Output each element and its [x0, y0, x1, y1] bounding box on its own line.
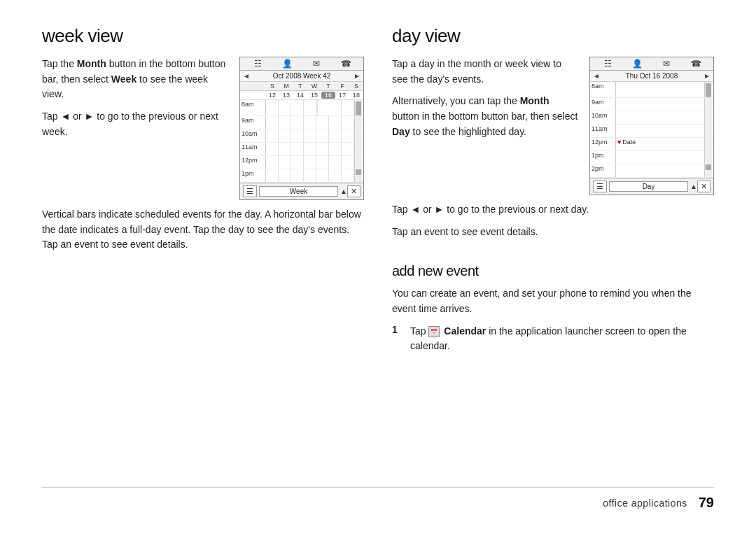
cal-date-17: 17	[335, 92, 349, 99]
week-col-1pm-3	[304, 169, 316, 182]
day-cell-2pm	[615, 164, 705, 177]
cal-day-w: W	[307, 83, 321, 90]
add-new-event-para1: You can create an event, and set your ph…	[392, 286, 714, 316]
week-cal-label: Oct 2008 Week 42	[250, 72, 354, 80]
week-view-title: week view	[42, 25, 364, 47]
day-cell-12pm: ♥ Date	[615, 138, 705, 150]
week-col-10-1	[279, 129, 291, 142]
week-col-11-6	[342, 143, 354, 155]
week-cal-time-rows: 8am	[240, 100, 363, 183]
step1-text: Tap 📅 Calendar in the application launch…	[410, 324, 714, 354]
cal-icon-phone: ☎	[339, 59, 353, 69]
cal-date-14: 14	[293, 92, 307, 99]
week-cal-prev: ◄	[243, 72, 250, 80]
week-cell-1pm	[265, 169, 355, 182]
week-cell-12pm	[265, 156, 355, 169]
week-col-6	[342, 100, 354, 115]
week-cal-toolbar: ☷ 👤 ✉ ☎	[240, 57, 363, 71]
step1-number: 1	[392, 324, 405, 335]
day-cal-row-11am: 11am	[590, 125, 713, 138]
cal-day-s1: S	[265, 83, 279, 90]
week-col-9-6	[342, 116, 354, 129]
week-scrollbar-8am	[355, 100, 362, 115]
day-cal-close-icon: ✕	[697, 181, 710, 192]
week-cal-close-icon: ✕	[347, 185, 360, 197]
week-col-1pm-2	[291, 169, 304, 182]
day-cal-time-rows: 8am 9am	[590, 82, 713, 178]
day-scrollbar-1pm	[705, 151, 712, 164]
day-cal-toolbar: ☷ 👤 ✉ ☎	[590, 57, 713, 71]
week-col-12-3	[304, 156, 316, 169]
week-cal-days-header: S M T W T F S	[240, 82, 363, 91]
day-cal-row-2pm: 2pm	[590, 164, 713, 178]
day-cal-bottom-bar: ☰ Day ▲ ✕	[590, 178, 713, 195]
week-cal-nav: ◄ Oct 2008 Week 42 ►	[240, 71, 363, 82]
week-time-12pm: 12pm	[240, 156, 265, 169]
week-cal-row-1pm: 1pm	[240, 169, 363, 183]
day-cal-icon-mail: ✉	[659, 59, 673, 69]
day-scrollbar-9am	[705, 98, 712, 111]
cal-day-m: M	[279, 83, 293, 90]
day-view-para2: Alternatively, you can tap the Month but…	[392, 94, 578, 139]
week-col-11-1	[279, 143, 291, 155]
day-view-content: Tap a day in the month or week view to s…	[392, 57, 714, 195]
day-view-para1: Tap a day in the month or week view to s…	[392, 57, 578, 87]
week-col-11-4	[316, 143, 329, 155]
cal-date-spacer	[240, 92, 265, 99]
week-col-1pm-5	[329, 169, 342, 182]
week-col-9-3	[304, 116, 316, 129]
week-scrollbar-9am	[355, 116, 362, 129]
day-cal-row-10am: 10am	[590, 111, 713, 125]
day-cal-row-12pm: 12pm ♥ Date	[590, 138, 713, 151]
week-col-12-6	[342, 156, 354, 169]
footer-label: office applications	[603, 498, 687, 509]
day-cell-1pm	[615, 151, 705, 164]
day-cal-row-1pm: 1pm	[590, 151, 713, 164]
cal-date-12: 12	[265, 92, 279, 99]
day-cell-9am	[615, 98, 705, 111]
week-col-9-4	[316, 116, 329, 129]
day-cal-icon-phone: ☎	[689, 59, 703, 69]
week-cal-bottom-bar: ☰ Week ▲ ✕	[240, 183, 363, 199]
day-time-2pm: 2pm	[590, 164, 615, 177]
week-col-10-5	[329, 129, 342, 142]
day-event-label: Date	[622, 139, 636, 146]
col-left: week view Tap the Month button in the bo…	[42, 25, 364, 481]
week-scrollbar-12pm	[355, 156, 362, 169]
day-time-10am: 10am	[590, 111, 615, 124]
day-scroll-thumb	[706, 83, 711, 97]
week-col-4	[316, 100, 318, 115]
week-time-8am: 8am	[240, 100, 265, 115]
week-col-1pm-6	[342, 169, 354, 182]
day-cal-label: Thu Oct 16 2008	[600, 72, 704, 80]
day-cal-next: ►	[704, 72, 710, 80]
day-scrollbar-11am	[705, 125, 712, 137]
week-col-0	[266, 100, 279, 115]
day-view-para4: Tap an event to see event details.	[392, 225, 714, 240]
cal-date-18: 18	[349, 92, 363, 99]
day-view-text: Tap a day in the month or week view to s…	[392, 57, 578, 195]
week-cell-11am	[265, 143, 355, 155]
week-cell-10am	[265, 129, 355, 142]
week-cal-date-row: 12 13 14 15 16 17 18	[240, 91, 363, 100]
week-col-9-5	[329, 116, 342, 129]
day-cal-nav: ◄ Thu Oct 16 2008 ►	[590, 71, 713, 82]
add-new-event-step1: 1 Tap 📅 Calendar in the application laun…	[392, 324, 714, 354]
calendar-app-icon: 📅	[428, 326, 440, 337]
week-cell-9am	[265, 116, 355, 129]
day-view-title: day view	[392, 25, 714, 47]
week-view-para2: Tap ◄ or ► to go to the previous or next…	[42, 109, 228, 139]
day-cell-10am	[615, 111, 705, 124]
cal-icon-mail: ✉	[309, 59, 323, 69]
week-time-9am: 9am	[240, 116, 265, 129]
cal-day-t2: T	[321, 83, 335, 90]
day-cal-icon-grid: ☷	[601, 59, 615, 69]
day-scrollbar-10am	[705, 111, 712, 124]
week-col-1pm-1	[279, 169, 291, 182]
week-col-1pm-0	[266, 169, 279, 182]
day-time-11am: 11am	[590, 125, 615, 137]
col-right: day view Tap a day in the month or week …	[392, 25, 714, 481]
week-cal-row-11am: 11am	[240, 143, 363, 156]
week-col-1pm-4	[316, 169, 329, 182]
week-scrollbar-1pm	[355, 169, 362, 182]
